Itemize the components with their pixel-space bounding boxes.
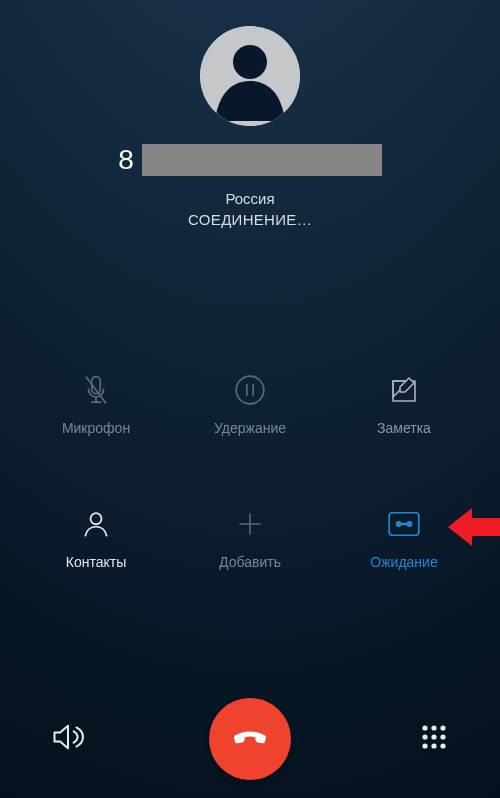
call-status: СОЕДИНЕНИЕ… (188, 211, 312, 228)
svg-point-1 (233, 45, 267, 79)
mute-label: Микрофон (62, 420, 130, 436)
svg-point-9 (90, 513, 101, 524)
speaker-icon (50, 719, 86, 759)
add-call-label: Добавить (219, 554, 281, 570)
svg-point-24 (431, 743, 436, 748)
contact-avatar (200, 26, 300, 126)
contacts-button[interactable]: Контакты (28, 504, 164, 570)
contacts-label: Контакты (66, 554, 126, 570)
mute-microphone-icon (76, 370, 116, 410)
call-waiting-icon (384, 504, 424, 544)
hold-pause-icon (230, 370, 270, 410)
call-country: Россия (225, 190, 274, 207)
hold-button[interactable]: Удержание (182, 370, 318, 436)
svg-point-5 (236, 376, 264, 404)
phone-number-prefix: 8 (118, 144, 134, 176)
note-button[interactable]: Заметка (336, 370, 472, 436)
svg-marker-16 (448, 508, 500, 546)
end-call-button[interactable] (209, 698, 291, 780)
note-edit-icon (384, 370, 424, 410)
add-plus-icon (230, 504, 270, 544)
dialpad-button[interactable] (317, 721, 450, 757)
svg-point-20 (422, 734, 427, 739)
annotation-arrow-icon (446, 504, 500, 550)
note-label: Заметка (377, 420, 431, 436)
add-call-button[interactable]: Добавить (182, 504, 318, 570)
svg-point-18 (431, 725, 436, 730)
speaker-button[interactable] (50, 719, 183, 759)
svg-point-17 (422, 725, 427, 730)
dialpad-grid-icon (418, 721, 450, 757)
phone-number-row: 8 (0, 144, 500, 176)
end-call-phone-icon (228, 715, 272, 763)
contacts-person-icon (76, 504, 116, 544)
hold-label: Удержание (214, 420, 286, 436)
call-waiting-label: Ожидание (370, 554, 437, 570)
phone-number-redacted (142, 144, 382, 176)
svg-point-25 (440, 743, 445, 748)
mute-button[interactable]: Микрофон (28, 370, 164, 436)
svg-point-21 (431, 734, 436, 739)
svg-point-19 (440, 725, 445, 730)
svg-point-23 (422, 743, 427, 748)
svg-point-22 (440, 734, 445, 739)
person-silhouette-icon (200, 26, 300, 126)
